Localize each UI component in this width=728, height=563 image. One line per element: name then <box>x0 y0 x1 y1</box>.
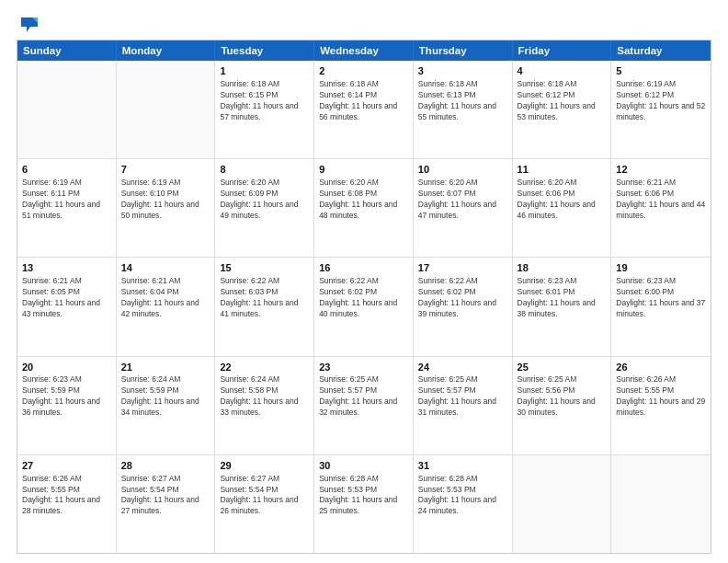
day-cell-12: 12Sunrise: 6:21 AMSunset: 6:06 PMDayligh… <box>611 159 711 257</box>
header <box>17 14 711 30</box>
day-cell-2: 2Sunrise: 6:18 AMSunset: 6:14 PMDaylight… <box>314 61 414 158</box>
day-cell-28: 28Sunrise: 6:27 AMSunset: 5:54 PMDayligh… <box>117 455 216 553</box>
weekday-header-tuesday: Tuesday <box>215 40 314 61</box>
day-info: Sunrise: 6:18 AMSunset: 6:15 PMDaylight:… <box>220 79 309 123</box>
logo-icon <box>19 14 40 34</box>
day-cell-17: 17Sunrise: 6:22 AMSunset: 6:02 PMDayligh… <box>414 258 513 355</box>
calendar-week-5: 27Sunrise: 6:26 AMSunset: 5:55 PMDayligh… <box>17 455 711 553</box>
day-number: 21 <box>121 361 210 374</box>
day-info: Sunrise: 6:20 AMSunset: 6:09 PMDaylight:… <box>220 178 309 222</box>
day-cell-empty <box>117 61 216 158</box>
day-cell-15: 15Sunrise: 6:22 AMSunset: 6:03 PMDayligh… <box>215 258 314 355</box>
day-info: Sunrise: 6:27 AMSunset: 5:54 PMDaylight:… <box>220 474 309 518</box>
day-info: Sunrise: 6:21 AMSunset: 6:05 PMDaylight:… <box>22 276 111 320</box>
day-cell-31: 31Sunrise: 6:28 AMSunset: 5:53 PMDayligh… <box>414 455 513 553</box>
day-cell-25: 25Sunrise: 6:25 AMSunset: 5:56 PMDayligh… <box>513 357 612 454</box>
day-number: 7 <box>121 163 210 177</box>
day-cell-24: 24Sunrise: 6:25 AMSunset: 5:57 PMDayligh… <box>414 357 513 454</box>
day-cell-23: 23Sunrise: 6:25 AMSunset: 5:57 PMDayligh… <box>314 357 414 454</box>
day-number: 17 <box>418 261 507 275</box>
day-number: 15 <box>220 261 309 275</box>
day-info: Sunrise: 6:18 AMSunset: 6:14 PMDaylight:… <box>319 79 408 123</box>
day-info: Sunrise: 6:28 AMSunset: 5:53 PMDaylight:… <box>418 474 507 518</box>
day-cell-16: 16Sunrise: 6:22 AMSunset: 6:02 PMDayligh… <box>314 258 414 355</box>
weekday-header-monday: Monday <box>117 40 216 61</box>
day-number: 26 <box>616 361 706 374</box>
day-number: 31 <box>418 459 507 473</box>
calendar-week-4: 20Sunrise: 6:23 AMSunset: 5:59 PMDayligh… <box>17 357 711 455</box>
day-cell-13: 13Sunrise: 6:21 AMSunset: 6:05 PMDayligh… <box>17 258 117 355</box>
day-number: 5 <box>616 64 706 78</box>
day-number: 30 <box>319 459 408 473</box>
page: SundayMondayTuesdayWednesdayThursdayFrid… <box>0 0 728 563</box>
day-number: 4 <box>518 64 607 78</box>
calendar-week-1: 1Sunrise: 6:18 AMSunset: 6:15 PMDaylight… <box>17 61 711 159</box>
day-info: Sunrise: 6:18 AMSunset: 6:12 PMDaylight:… <box>518 79 607 123</box>
day-cell-7: 7Sunrise: 6:19 AMSunset: 6:10 PMDaylight… <box>117 159 216 257</box>
day-number: 10 <box>418 163 507 177</box>
day-cell-4: 4Sunrise: 6:18 AMSunset: 6:12 PMDaylight… <box>513 61 612 158</box>
day-number: 13 <box>22 261 111 275</box>
weekday-header-sunday: Sunday <box>17 40 117 61</box>
day-cell-empty <box>513 455 612 553</box>
day-number: 6 <box>22 163 111 177</box>
day-cell-14: 14Sunrise: 6:21 AMSunset: 6:04 PMDayligh… <box>117 258 216 355</box>
day-info: Sunrise: 6:25 AMSunset: 5:57 PMDaylight:… <box>418 374 507 419</box>
day-cell-26: 26Sunrise: 6:26 AMSunset: 5:55 PMDayligh… <box>611 357 711 454</box>
day-cell-empty <box>17 61 117 158</box>
calendar-week-3: 13Sunrise: 6:21 AMSunset: 6:05 PMDayligh… <box>17 258 711 356</box>
day-info: Sunrise: 6:25 AMSunset: 5:56 PMDaylight:… <box>518 374 607 419</box>
logo <box>17 14 40 30</box>
day-info: Sunrise: 6:25 AMSunset: 5:57 PMDaylight:… <box>319 374 408 419</box>
day-number: 18 <box>518 261 607 275</box>
calendar-week-2: 6Sunrise: 6:19 AMSunset: 6:11 PMDaylight… <box>17 159 711 258</box>
day-number: 28 <box>121 459 210 473</box>
calendar-body: 1Sunrise: 6:18 AMSunset: 6:15 PMDaylight… <box>17 61 711 553</box>
day-cell-8: 8Sunrise: 6:20 AMSunset: 6:09 PMDaylight… <box>215 159 314 257</box>
day-info: Sunrise: 6:24 AMSunset: 5:59 PMDaylight:… <box>121 374 210 419</box>
day-info: Sunrise: 6:20 AMSunset: 6:08 PMDaylight:… <box>319 178 408 222</box>
day-info: Sunrise: 6:24 AMSunset: 5:58 PMDaylight:… <box>220 374 309 419</box>
day-info: Sunrise: 6:19 AMSunset: 6:10 PMDaylight:… <box>121 178 210 222</box>
day-cell-30: 30Sunrise: 6:28 AMSunset: 5:53 PMDayligh… <box>314 455 414 553</box>
weekday-header-saturday: Saturday <box>611 40 711 61</box>
day-number: 3 <box>418 64 507 78</box>
day-cell-9: 9Sunrise: 6:20 AMSunset: 6:08 PMDaylight… <box>314 159 414 257</box>
day-info: Sunrise: 6:20 AMSunset: 6:06 PMDaylight:… <box>518 178 607 222</box>
day-info: Sunrise: 6:22 AMSunset: 6:02 PMDaylight:… <box>418 276 507 320</box>
day-number: 24 <box>418 361 507 374</box>
day-number: 22 <box>220 361 309 374</box>
day-number: 23 <box>319 361 408 374</box>
weekday-header-thursday: Thursday <box>414 40 513 61</box>
day-number: 25 <box>518 361 607 374</box>
day-cell-27: 27Sunrise: 6:26 AMSunset: 5:55 PMDayligh… <box>17 455 117 553</box>
day-info: Sunrise: 6:23 AMSunset: 5:59 PMDaylight:… <box>22 374 111 419</box>
day-number: 12 <box>616 163 706 177</box>
day-number: 20 <box>22 361 111 374</box>
day-info: Sunrise: 6:23 AMSunset: 6:01 PMDaylight:… <box>518 276 607 320</box>
day-info: Sunrise: 6:19 AMSunset: 6:11 PMDaylight:… <box>22 178 111 222</box>
day-info: Sunrise: 6:28 AMSunset: 5:53 PMDaylight:… <box>319 474 408 518</box>
day-cell-20: 20Sunrise: 6:23 AMSunset: 5:59 PMDayligh… <box>17 357 117 454</box>
day-info: Sunrise: 6:23 AMSunset: 6:00 PMDaylight:… <box>616 276 706 320</box>
day-info: Sunrise: 6:26 AMSunset: 5:55 PMDaylight:… <box>22 474 111 518</box>
day-info: Sunrise: 6:22 AMSunset: 6:02 PMDaylight:… <box>319 276 408 320</box>
day-number: 16 <box>319 261 408 275</box>
day-cell-18: 18Sunrise: 6:23 AMSunset: 6:01 PMDayligh… <box>513 258 612 355</box>
calendar: SundayMondayTuesdayWednesdayThursdayFrid… <box>17 40 711 554</box>
day-number: 19 <box>616 261 706 275</box>
day-number: 8 <box>220 163 309 177</box>
day-cell-1: 1Sunrise: 6:18 AMSunset: 6:15 PMDaylight… <box>215 61 314 158</box>
day-number: 9 <box>319 163 408 177</box>
day-number: 2 <box>319 64 408 78</box>
day-info: Sunrise: 6:22 AMSunset: 6:03 PMDaylight:… <box>220 276 309 320</box>
day-cell-19: 19Sunrise: 6:23 AMSunset: 6:00 PMDayligh… <box>611 258 711 355</box>
day-number: 11 <box>518 163 607 177</box>
day-cell-11: 11Sunrise: 6:20 AMSunset: 6:06 PMDayligh… <box>513 159 612 257</box>
day-cell-5: 5Sunrise: 6:19 AMSunset: 6:12 PMDaylight… <box>611 61 711 158</box>
day-cell-empty <box>611 455 711 553</box>
day-info: Sunrise: 6:19 AMSunset: 6:12 PMDaylight:… <box>616 79 706 123</box>
day-cell-6: 6Sunrise: 6:19 AMSunset: 6:11 PMDaylight… <box>17 159 117 257</box>
day-number: 1 <box>220 64 309 78</box>
day-cell-10: 10Sunrise: 6:20 AMSunset: 6:07 PMDayligh… <box>414 159 513 257</box>
